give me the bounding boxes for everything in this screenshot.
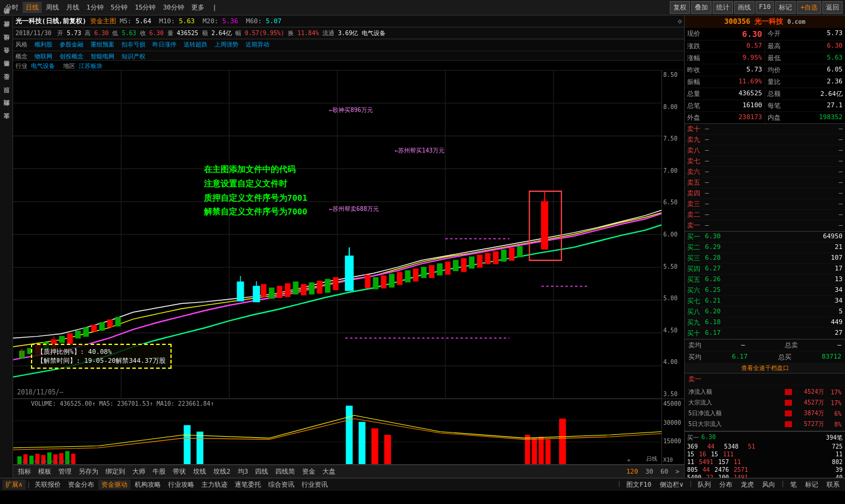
bt-lingcunwei[interactable]: 另存为 [76, 466, 101, 477]
huaxian-btn[interactable]: 画线 [734, 1, 754, 14]
bn-zijinfenbu[interactable]: 资金分布 [65, 480, 97, 490]
sidebar-jishu[interactable]: 技术分析 [1, 31, 12, 33]
bn-lianxi[interactable]: 联系 [824, 480, 843, 490]
bt-zhbiao[interactable]: 指标 [15, 466, 33, 477]
tongji-btn[interactable]: 统计 [713, 1, 733, 14]
timeframe-1min[interactable]: 1分钟 [83, 2, 107, 13]
timeframe-fen[interactable]: 分时 [2, 2, 21, 13]
bt-niugu[interactable]: 牛股 [150, 466, 168, 477]
bn-hangye[interactable]: 行业攻略 [165, 480, 197, 490]
bt-30[interactable]: 30 [643, 467, 656, 476]
bn-biaoji[interactable]: 标记 [802, 480, 821, 490]
bn-expand[interactable]: 扩展∧ [2, 480, 26, 490]
tag-qiangshi[interactable]: 上周强势 [215, 41, 238, 48]
bn-bi[interactable]: 笔 [787, 480, 800, 490]
tag-gujin[interactable]: 参股金融 [60, 41, 83, 48]
bt-60[interactable]: 60 [658, 467, 670, 476]
bt-dashi[interactable]: 大师 [130, 466, 148, 477]
bp-buy1-row: 买一 6.30 394笔 [687, 433, 843, 443]
bn-zhuliguiji[interactable]: 主力轨迹 [198, 480, 231, 490]
tag-chongzu[interactable]: 重组预案 [91, 41, 114, 48]
bn-guanlian[interactable]: 关联报价 [32, 480, 64, 490]
bt-gt[interactable]: > [673, 467, 682, 476]
bn-fengxiang[interactable]: 风向 [759, 480, 778, 490]
bt-moban[interactable]: 模板 [36, 466, 54, 477]
sidebar-chenfen[interactable]: 成份组 [1, 44, 12, 46]
tag-songzhuan[interactable]: 送转超跌 [184, 41, 207, 48]
fanhui-btn[interactable]: 返回 [822, 1, 843, 14]
amount-val: 2.64亿 [212, 29, 232, 38]
ob-sell-three-vol: — [738, 200, 843, 209]
bn-zonghe[interactable]: 综合资讯 [265, 480, 297, 490]
concept-ip[interactable]: 知识产权 [122, 53, 145, 60]
bn-jigougonglue[interactable]: 机构攻略 [132, 480, 164, 490]
rp-inner-val: 198352 [819, 113, 843, 122]
ob-buy-four-price: 6.27 [705, 265, 738, 273]
ob-buy-five-label: 买五 [687, 275, 705, 284]
ob-sell-three: 卖三 — — [685, 199, 845, 210]
bt-dapan[interactable]: 大盘 [320, 466, 338, 477]
bn-longhu[interactable]: 龙虎 [738, 480, 757, 490]
vol-expand[interactable]: + [627, 457, 630, 463]
region-value[interactable]: 江苏板块 [79, 63, 102, 69]
bt-sixianjian[interactable]: 四线简 [273, 466, 297, 477]
zixuan-btn[interactable]: +自选 [797, 1, 821, 14]
timeframe-zhou[interactable]: 周线 [43, 2, 62, 13]
concept-invest[interactable]: 创投概念 [60, 53, 83, 60]
bt-120[interactable]: 120 [624, 467, 641, 476]
industry-value[interactable]: 电气设备 [31, 63, 55, 69]
bn-zijinqudong[interactable]: 资金驱动 [98, 480, 131, 490]
bn-duilie[interactable]: 队列 [695, 480, 714, 490]
candle-12 [107, 320, 112, 327]
order-book-buy: 买一 6.30 64950 买二 6.29 21 买三 6.28 107 买四 … [685, 232, 845, 340]
biaoji-btn[interactable]: 标记 [775, 1, 796, 14]
bn-fenbu[interactable]: 分布 [716, 480, 735, 490]
bt-dingdao[interactable]: 绑定到 [103, 466, 128, 477]
tag-gaili[interactable]: 概利股 [35, 41, 52, 48]
tag-zhangting[interactable]: 昨日涨停 [153, 41, 176, 48]
sidebar-jiben[interactable]: 基本资料 [1, 70, 12, 73]
tag-kufei[interactable]: 扣非亏损 [122, 41, 145, 48]
sidebar-shidian[interactable]: 时的走势 [1, 18, 12, 20]
view-all-disk[interactable]: 查看全速千档盘口 [685, 363, 845, 374]
concept-grid[interactable]: 智能电网 [91, 53, 114, 60]
timeframe-15min[interactable]: 15分钟 [132, 2, 159, 13]
rp-perhand-cell: 每笔 27.1 [765, 100, 845, 111]
sidebar-fenbiao[interactable]: 分仓表 [1, 57, 12, 60]
bn-zbwei[interactable]: 逐笔委托 [232, 480, 264, 490]
bt-jun3[interactable]: 均3 [235, 466, 251, 477]
timeframe-more[interactable]: 更多 [188, 2, 207, 13]
sidebar-yingli[interactable]: 营利能力 [1, 110, 12, 112]
bn-f10[interactable]: 图文F10 [623, 480, 654, 490]
sidebar-gupiao[interactable]: 股胆 [1, 97, 12, 99]
f10-btn[interactable]: F10 [756, 1, 775, 14]
fuquan-btn[interactable]: 复权 [670, 1, 690, 14]
bn-sidebar[interactable]: 侧边栏∨ [657, 480, 686, 490]
timeframe-ri[interactable]: 日线 [23, 2, 42, 13]
bt-daizhuang[interactable]: 带状 [170, 466, 188, 477]
timeframe-30min[interactable]: 30分钟 [160, 2, 187, 13]
bn-hangyezixun[interactable]: 行业资讯 [299, 480, 331, 490]
bt-zijin[interactable]: 资金 [300, 466, 318, 477]
bt-fenxian[interactable]: 坟线 [191, 466, 209, 477]
diejia-btn[interactable]: 叠加 [691, 1, 712, 14]
bp-buy1-label: 买一 [687, 434, 699, 442]
sidebar-dazong[interactable]: 大宗金 [1, 123, 12, 125]
rp-totalhand-label: 总笔 [687, 101, 700, 110]
timeframe-yue[interactable]: 月线 [63, 2, 82, 13]
vol-bar-big-5 [384, 435, 391, 464]
timeframe-5min[interactable]: 5分钟 [108, 2, 131, 13]
right-panel: 300356 光一科技 0.com 现价 6.30 今开 5.73 涨跌 0.5… [684, 15, 845, 478]
rp-changepct-cell: 涨幅 9.95% [685, 52, 765, 64]
right-candle-9 [429, 266, 434, 278]
bt-guanli[interactable]: 管理 [56, 466, 74, 477]
vol-collapse[interactable]: - [645, 457, 648, 463]
tag-yidong[interactable]: 近期异动 [246, 41, 269, 48]
bt-fenxian2[interactable]: 坟线2 [211, 466, 233, 477]
bt-sixian[interactable]: 四线 [253, 466, 271, 477]
concept-iot[interactable]: 物联网 [35, 53, 52, 60]
sidebar-gegu[interactable]: 个股金 [1, 83, 12, 86]
annotation-suzhou-buy: ←苏州帮买143万元 [394, 147, 445, 155]
ob-buy-nine-price: 6.18 [705, 318, 738, 327]
chart-type[interactable]: 资金主图 [90, 17, 116, 26]
